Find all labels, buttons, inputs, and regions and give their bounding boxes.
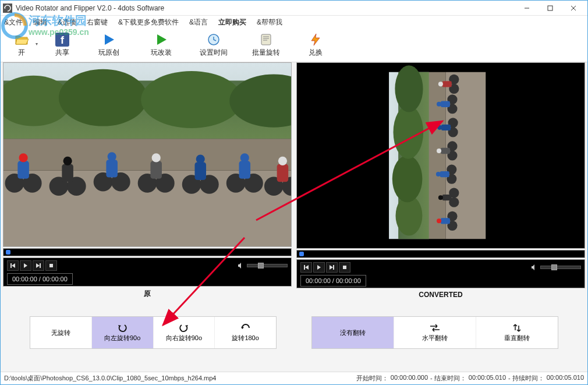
play-button[interactable] [313, 262, 325, 273]
flip-vertical-icon [511, 323, 523, 333]
menu-buy[interactable]: 立即购买 [217, 16, 247, 29]
volume-thumb[interactable] [258, 263, 264, 269]
rotate-left90-option[interactable]: 向左旋转90o [92, 317, 154, 348]
svg-rect-81 [442, 81, 452, 87]
converted-label: CONVERTED [296, 288, 585, 301]
play-blue-icon [102, 33, 116, 47]
converted-seek-bar[interactable] [296, 250, 585, 258]
rotate-right90-label: 向右旋转90o [166, 334, 202, 342]
flip-vertical-label: 垂直翻转 [504, 334, 530, 342]
svg-rect-4 [548, 6, 552, 10]
flip-horizontal-option[interactable]: 水平翻转 [394, 317, 476, 348]
titlebar: Video Rotator and Flipper V2.0 - 4dots S… [1, 1, 587, 16]
clock-icon [207, 33, 221, 47]
menu-rightclick[interactable]: 右窗键 [86, 16, 109, 29]
rotate-right90-option[interactable]: 向右旋转90o [154, 317, 215, 348]
batch-rotate-button[interactable]: 批量旋转 [243, 30, 289, 61]
volume-slider[interactable] [540, 266, 581, 269]
svg-rect-53 [429, 72, 446, 239]
svg-point-19 [19, 153, 28, 162]
skip-back-button[interactable] [300, 262, 312, 273]
menu-edit[interactable]: 编辑 [32, 16, 48, 29]
play-button[interactable] [20, 260, 31, 271]
original-label: 原 [3, 287, 292, 301]
svg-point-52 [395, 65, 423, 112]
script-icon [259, 33, 273, 47]
svg-rect-69 [441, 148, 450, 154]
open-button[interactable]: 开 ▾ [4, 30, 39, 61]
svg-point-82 [438, 82, 443, 86]
seek-thumb[interactable] [6, 250, 10, 255]
status-path: D:\tools\桌面\Photoshop_CS6_13.0.0\Clip_10… [4, 374, 216, 383]
rotate-180-option[interactable]: 旋转180o [215, 317, 276, 348]
menu-language[interactable]: &语言 [188, 16, 209, 29]
content-area: 00:00:00 / 00:00:00 原 [1, 62, 587, 372]
skip-back-button[interactable] [7, 260, 19, 271]
convert-label: 兑换 [309, 48, 323, 58]
skip-forward-button[interactable] [326, 262, 338, 273]
set-time-button[interactable]: 设置时间 [190, 30, 237, 61]
svg-point-43 [278, 157, 287, 165]
svg-point-74 [437, 125, 442, 130]
play-converted-label: 玩改装 [151, 48, 172, 58]
menu-options[interactable]: &选项 [56, 16, 77, 29]
svg-point-58 [437, 218, 441, 223]
rotate-none-option[interactable]: 无旋转 [30, 317, 92, 348]
rotate-180-icon [240, 323, 252, 333]
lightning-icon [309, 33, 323, 47]
play-converted-button[interactable]: 玩改装 [138, 30, 185, 61]
statusbar: D:\tools\桌面\Photoshop_CS6_13.0.0\Clip_10… [1, 372, 587, 384]
svg-rect-73 [441, 125, 451, 130]
menu-file[interactable]: &文件 [3, 16, 24, 29]
converted-time-display: 00:00:00 / 00:00:00 [300, 275, 366, 287]
maximize-button[interactable] [539, 1, 562, 15]
svg-rect-65 [440, 171, 449, 177]
minimize-button[interactable] [515, 1, 539, 15]
skip-forward-button[interactable] [33, 260, 44, 271]
flip-none-option[interactable]: 没有翻转 [312, 317, 394, 348]
close-button[interactable] [562, 1, 585, 15]
volume-slider[interactable] [247, 264, 288, 267]
svg-rect-18 [17, 161, 29, 178]
menu-download[interactable]: &下载更多免费软件 [117, 16, 180, 29]
svg-point-12 [141, 71, 242, 128]
svg-point-78 [437, 102, 441, 107]
window-title: Video Rotator and Flipper V2.0 - 4dots S… [16, 4, 515, 12]
svg-point-62 [438, 195, 443, 200]
converted-player-controls: 00:00:00 / 00:00:00 [296, 259, 585, 288]
svg-rect-83 [343, 266, 346, 269]
svg-point-23 [63, 157, 72, 165]
play-original-button[interactable]: 玩原创 [86, 30, 132, 61]
svg-rect-77 [441, 101, 450, 107]
converted-preview [296, 62, 585, 249]
share-button[interactable]: f 共享 [45, 30, 80, 61]
facebook-icon: f [55, 33, 69, 47]
svg-rect-38 [239, 161, 251, 178]
svg-rect-22 [62, 164, 73, 182]
svg-rect-57 [441, 218, 450, 224]
play-green-icon [154, 33, 168, 47]
rotate-left90-label: 向左旋转90o [104, 334, 140, 342]
rotate-none-label: 无旋转 [51, 329, 70, 337]
stop-button[interactable] [45, 260, 57, 271]
seek-thumb[interactable] [299, 252, 304, 256]
svg-text:f: f [61, 34, 65, 46]
status-start-value: 00:00:00.000 [391, 374, 428, 383]
svg-point-11 [59, 69, 147, 126]
volume-thumb[interactable] [551, 264, 557, 270]
flip-vertical-option[interactable]: 垂直翻转 [476, 317, 558, 348]
menu-help[interactable]: &帮帮我 [256, 16, 284, 29]
volume-icon [531, 264, 538, 271]
stop-button[interactable] [339, 262, 350, 273]
set-time-label: 设置时间 [200, 48, 228, 58]
convert-button[interactable]: 兑换 [295, 30, 336, 61]
svg-point-50 [392, 156, 423, 202]
original-time-display: 00:00:00 / 00:00:00 [7, 273, 73, 285]
flip-horizontal-label: 水平翻转 [422, 334, 448, 342]
folder-open-icon [15, 33, 29, 47]
original-seek-bar[interactable] [3, 248, 292, 256]
status-duration-label: - 持续时间： [508, 374, 544, 383]
rotate-option-group: 无旋转 向左旋转90o 向右旋转90o 旋转180o [30, 316, 277, 349]
svg-rect-30 [150, 161, 162, 178]
volume-icon [238, 262, 245, 269]
